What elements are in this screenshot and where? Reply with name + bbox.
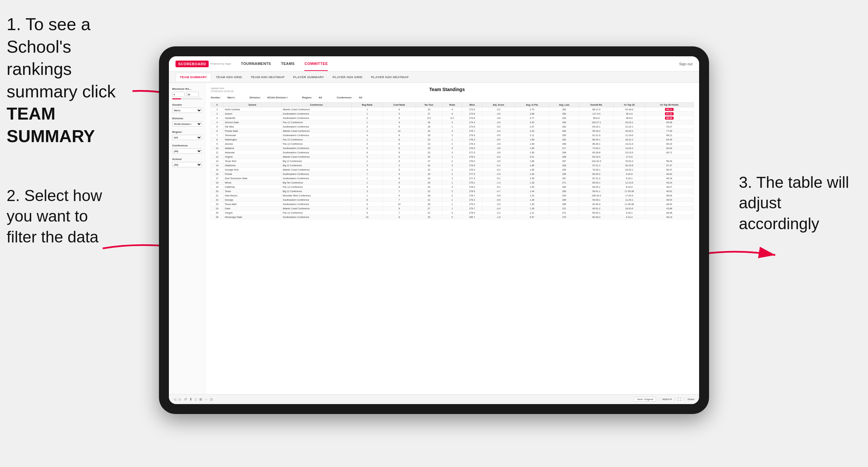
table-cell: 4	[211, 120, 223, 125]
toolbar-forward-icon[interactable]: ▷	[179, 398, 182, 401]
filter-slider-fill	[172, 98, 181, 99]
filter-division-select[interactable]: NCAA Division I NCAA Division II NCAA Di…	[172, 121, 202, 126]
table-cell: 276.9	[462, 146, 482, 150]
table-cell: 76-26-1	[579, 167, 614, 172]
table-row: 11ArkansasSoutheastern Conference6823327…	[211, 150, 694, 155]
table-cell: 217	[549, 146, 579, 150]
share-button[interactable]: Share	[687, 398, 694, 401]
table-cell: Southeastern Conference	[281, 112, 352, 116]
table-row: 6Florida StateAtlantic Coast Conference2…	[211, 129, 694, 133]
table-cell: 2	[442, 193, 462, 198]
filter-school-select[interactable]: (All)	[172, 162, 202, 167]
filter-rank-slider[interactable]	[172, 98, 202, 99]
col-wins: Wins	[462, 103, 482, 107]
table-cell: 48.54	[645, 198, 693, 202]
table-cell: Southeastern Conference	[281, 150, 352, 155]
table-cell: 4	[442, 120, 462, 125]
tab-team-summary[interactable]: TEAM SUMMARY	[176, 73, 211, 81]
table-cell: 9	[382, 112, 415, 116]
filter-conference: Conference (All)	[172, 144, 202, 154]
table-cell: Oklahoma	[223, 163, 281, 167]
tab-team-h2h-heatmap[interactable]: TEAM H2H HEATMAP	[247, 73, 288, 81]
toolbar-back-icon[interactable]: ◁	[174, 398, 176, 401]
filter-rank-to[interactable]	[186, 92, 199, 97]
filter-conference-select[interactable]: (All)	[172, 148, 202, 154]
table-cell: 9	[382, 120, 415, 125]
table-cell: 6.2	[442, 116, 462, 120]
region-filter-value: All	[318, 96, 322, 99]
table-cell: 22	[415, 167, 442, 172]
toolbar-bookmark-icon[interactable]: □	[195, 398, 197, 401]
table-cell: 1.86	[515, 146, 550, 150]
tab-player-h2h-grid[interactable]: PLAYER H2H GRID	[329, 73, 366, 81]
filter-gender-select[interactable]: Men's Women's	[172, 107, 202, 113]
table-cell: 63-15-1	[579, 125, 614, 129]
toolbar-tabs-icon[interactable]: ⊞	[199, 398, 202, 401]
table-cell: Florida	[223, 172, 281, 176]
table-cell: 279.1	[462, 181, 482, 185]
table-cell: 2.88	[515, 112, 550, 116]
table-cell: 2	[352, 129, 383, 133]
filter-gender: Gender Men's Women's	[172, 103, 202, 113]
table-cell: Southeastern Conference	[281, 125, 352, 129]
table-cell: 12-13-0	[614, 181, 645, 185]
table-cell: 104-42-3	[579, 159, 614, 163]
tab-team-h2h-grid[interactable]: TEAM H2H GRID	[212, 73, 246, 81]
table-cell: 10	[382, 129, 415, 133]
table-cell: 4	[352, 167, 383, 172]
table-cell: 8	[382, 107, 415, 112]
toolbar-clock-icon[interactable]: ◷	[210, 398, 213, 401]
table-cell: 3	[442, 150, 462, 155]
table-cell: 24	[211, 206, 223, 211]
table-cell: 15-32-2	[614, 159, 645, 163]
toolbar-more-icon[interactable]: ···	[205, 398, 207, 401]
table-row: 16FloridaSoutheastern Conference79242277…	[211, 172, 694, 176]
nav-committee[interactable]: COMMITTEE	[304, 57, 328, 71]
table-cell: 16	[211, 172, 223, 176]
nav-tournaments[interactable]: TOURNAMENTS	[241, 57, 271, 71]
table-cell: Florida State	[223, 129, 281, 133]
filter-min-rank: Minimum Ro...	[172, 88, 202, 99]
tab-player-h2h-heatmap[interactable]: PLAYER H2H HEATMAP	[367, 73, 413, 81]
table-cell: 22	[415, 142, 442, 146]
table-cell: 8	[382, 146, 415, 150]
table-cell: 273.6	[462, 112, 482, 116]
table-cell: 271	[415, 116, 442, 120]
table-cell: 280.7	[462, 215, 482, 219]
table-row: 10AlabamaSoutheastern Conference58233276…	[211, 146, 694, 150]
table-cell: 2	[442, 159, 462, 163]
table-cell: Southeastern Conference	[281, 215, 352, 219]
table-row: 23Texas A&MSoutheastern Conference910301…	[211, 202, 694, 206]
update-time-block: Update time: 27/03/2024 16:56:26	[211, 87, 234, 93]
filter-rank-from[interactable]	[172, 92, 185, 97]
table-cell: 4	[352, 133, 383, 137]
filter-division: Division NCAA Division I NCAA Division I…	[172, 117, 202, 126]
table-cell: -4.4	[482, 129, 515, 133]
filter-region-select[interactable]: N/A All	[172, 135, 202, 140]
table-cell: 1.39	[515, 206, 550, 211]
logo-subtitle: Powered by clipp!	[210, 62, 231, 65]
table-cell: Texas A&M	[223, 202, 281, 206]
table-cell: Washington	[223, 137, 281, 142]
table-cell: 279.2	[462, 198, 482, 202]
table-cell: Southeastern Conference	[281, 176, 352, 181]
conference-filter-label: Conference:	[337, 96, 352, 99]
watch-button[interactable]: Watch ▾	[662, 398, 672, 401]
tab-player-summary[interactable]: PLAYER SUMMARY	[289, 73, 328, 81]
table-cell: 1.44	[515, 189, 550, 193]
toolbar-share-icon[interactable]: ⬆	[189, 398, 192, 401]
toolbar-screen-icon[interactable]: ⛶	[678, 398, 681, 401]
table-cell: 23	[211, 202, 223, 206]
view-original-button[interactable]: View: Original	[634, 397, 656, 402]
table-cell: 11-19-0	[614, 133, 645, 137]
table-cell: 262	[549, 125, 579, 129]
table-cell: 15	[211, 167, 223, 172]
nav-teams[interactable]: TEAMS	[281, 57, 294, 71]
table-cell: Pac-12 Conference	[281, 211, 352, 215]
table-cell: 265	[549, 120, 579, 125]
sign-out-button[interactable]: Sign out	[679, 62, 692, 66]
table-cell: Southeastern Conference	[281, 198, 352, 202]
table-cell: 2.52	[515, 120, 550, 125]
toolbar-reload-icon[interactable]: ↺	[184, 398, 187, 401]
table-cell: Pac-12 Conference	[281, 185, 352, 189]
